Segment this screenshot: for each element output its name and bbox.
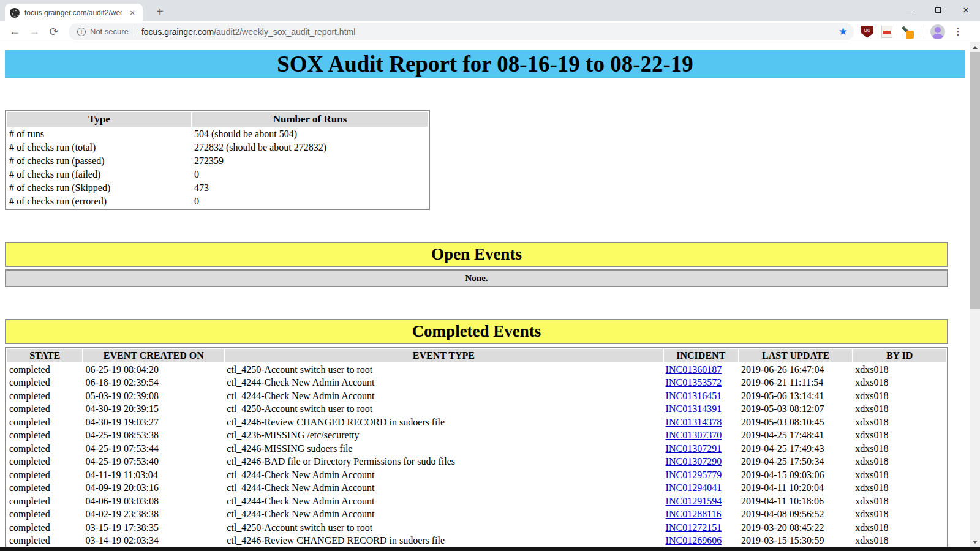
table-row: completed04-25-19 08:53:38ctl_4236-MISSI… <box>7 430 946 442</box>
summary-cell-type: # of checks run (total) <box>7 141 191 154</box>
address-bar[interactable]: i Not secure focus.grainger.com/audit2/w… <box>69 23 854 40</box>
open-events-title: Open Events <box>5 242 948 267</box>
window-controls: × <box>895 0 980 21</box>
summary-cell-type: # of checks run (passed) <box>7 155 191 167</box>
events-column-header: INCIDENT <box>664 349 738 362</box>
bookmark-star-icon[interactable]: ★ <box>839 25 848 38</box>
summary-cell-type: # of checks run (Skipped) <box>7 182 191 194</box>
scroll-down-icon[interactable] <box>970 537 980 547</box>
reload-button[interactable]: ⟳ <box>44 25 64 39</box>
browser-tab[interactable]: focus.grainger.com/audit2/weekl × <box>5 4 143 21</box>
completed-events-section: Completed Events STATEEVENT CREATED ONEV… <box>5 319 965 547</box>
incident-link[interactable]: INC01288116 <box>666 509 722 519</box>
summary-cell-value: 473 <box>192 182 428 194</box>
cell-by: xdxs018 <box>853 456 946 468</box>
cell-updated: 2019-04-11 10:20:04 <box>739 482 852 495</box>
incident-link[interactable]: INC01291594 <box>666 496 722 506</box>
back-button[interactable]: ← <box>5 25 24 38</box>
cell-type: ctl_4250-Account switch user to root <box>225 403 662 416</box>
cell-by: xdxs018 <box>853 403 946 416</box>
site-favicon-icon <box>10 8 20 18</box>
cell-by: xdxs018 <box>853 390 946 402</box>
cell-updated: 2019-06-21 11:11:54 <box>739 377 852 389</box>
incident-link[interactable]: INC01307291 <box>666 443 722 454</box>
cell-type: ctl_4250-Account switch user to root <box>225 522 662 534</box>
site-info-icon[interactable]: i <box>77 28 86 36</box>
cell-incident: INC01288116 <box>664 509 738 521</box>
cell-updated: 2019-03-15 15:30:59 <box>739 535 852 547</box>
new-tab-button[interactable]: + <box>151 4 168 21</box>
cell-updated: 2019-05-03 08:10:45 <box>739 416 852 429</box>
cell-type: ctl_4246-BAD file or Directory Permissio… <box>225 456 662 468</box>
cell-type: ctl_4246-Review CHANGED RECORD in sudoer… <box>225 416 662 429</box>
incident-link[interactable]: INC01294041 <box>666 482 722 493</box>
cell-created: 04-06-19 03:03:08 <box>83 495 224 508</box>
open-events-empty: None. <box>5 269 948 287</box>
cell-type: ctl_4244-Check New Admin Account <box>225 482 662 495</box>
cell-type: ctl_4244-Check New Admin Account <box>225 377 662 389</box>
profile-avatar[interactable] <box>930 24 945 39</box>
summary-row: # of checks run (passed)272359 <box>7 155 428 167</box>
minimize-button[interactable] <box>895 0 924 20</box>
incident-link[interactable]: INC01307370 <box>666 430 722 440</box>
tab-close-icon[interactable]: × <box>127 7 138 18</box>
forward-button[interactable]: → <box>24 25 44 38</box>
events-column-header: LAST UPDATE <box>739 349 852 362</box>
table-row: completed04-11-19 11:03:04ctl_4244-Check… <box>7 469 946 481</box>
summary-row: # of checks run (errored)0 <box>7 195 428 208</box>
cell-updated: 2019-04-25 17:50:34 <box>739 456 852 468</box>
incident-link[interactable]: INC01314378 <box>666 417 722 427</box>
table-row: completed04-02-19 23:38:38ctl_4244-Check… <box>7 509 946 521</box>
cell-incident: INC01307370 <box>664 430 738 442</box>
cell-created: 06-25-19 08:04:20 <box>83 364 224 376</box>
table-row: completed04-25-19 07:53:44ctl_4246-MISSI… <box>7 443 946 455</box>
extension-icon[interactable] <box>881 26 892 38</box>
cell-updated: 2019-04-11 10:18:06 <box>739 495 852 508</box>
cell-by: xdxs018 <box>853 535 946 547</box>
cell-by: xdxs018 <box>853 509 946 521</box>
summary-header-type: Type <box>7 112 191 127</box>
scrollbar-thumb[interactable] <box>970 52 980 309</box>
eyedropper-extension-icon[interactable] <box>900 25 914 39</box>
scroll-up-icon[interactable] <box>970 42 980 52</box>
incident-link[interactable]: INC01295779 <box>666 470 722 480</box>
table-row: completed04-25-19 07:53:40ctl_4246-BAD f… <box>7 456 946 468</box>
incident-link[interactable]: INC01353572 <box>666 377 722 388</box>
cell-incident: INC01269606 <box>664 535 738 547</box>
open-events-section: Open Events None. <box>5 242 965 287</box>
close-button[interactable]: × <box>952 0 980 20</box>
incident-link[interactable]: INC01316451 <box>666 391 722 401</box>
cell-updated: 2019-05-06 13:14:41 <box>739 390 852 402</box>
incident-link[interactable]: INC01269606 <box>666 535 722 545</box>
cell-updated: 2019-04-25 17:49:43 <box>739 443 852 455</box>
cell-type: ctl_4244-Check New Admin Account <box>225 390 662 402</box>
cell-state: completed <box>7 456 82 468</box>
cell-created: 03-14-19 02:03:34 <box>83 535 224 547</box>
cell-type: ctl_4250-Account switch user to root <box>225 364 662 376</box>
cell-state: completed <box>7 522 82 534</box>
table-row: completed03-14-19 02:03:34ctl_4246-Revie… <box>7 535 946 547</box>
cell-incident: INC01291594 <box>664 495 738 508</box>
page-scrollbar[interactable] <box>970 42 980 547</box>
summary-cell-value: 0 <box>192 195 428 208</box>
run-summary-table: Type Number of Runs # of runs504 (should… <box>5 110 430 210</box>
cell-state: completed <box>7 364 82 376</box>
cell-updated: 2019-06-26 16:47:04 <box>739 364 852 376</box>
summary-cell-value: 272359 <box>192 155 428 167</box>
cell-by: xdxs018 <box>853 443 946 455</box>
cell-state: completed <box>7 482 82 495</box>
summary-row: # of runs504 (should be about 504) <box>7 128 428 140</box>
summary-cell-type: # of runs <box>7 128 191 140</box>
ublock-extension-icon[interactable] <box>861 26 873 38</box>
restore-button[interactable] <box>924 0 952 20</box>
completed-events-body: completed06-25-19 08:04:20ctl_4250-Accou… <box>7 364 946 547</box>
summary-cell-value: 272832 (should be about 272832) <box>192 141 428 154</box>
incident-link[interactable]: INC01307290 <box>666 456 722 467</box>
cell-incident: INC01314378 <box>664 416 738 429</box>
incident-link[interactable]: INC01272151 <box>666 522 722 533</box>
incident-link[interactable]: INC01314391 <box>666 403 722 414</box>
incident-link[interactable]: INC01360187 <box>666 364 722 375</box>
browser-menu-icon[interactable]: ⋮ <box>953 26 963 37</box>
cell-state: completed <box>7 509 82 521</box>
cell-by: xdxs018 <box>853 469 946 481</box>
